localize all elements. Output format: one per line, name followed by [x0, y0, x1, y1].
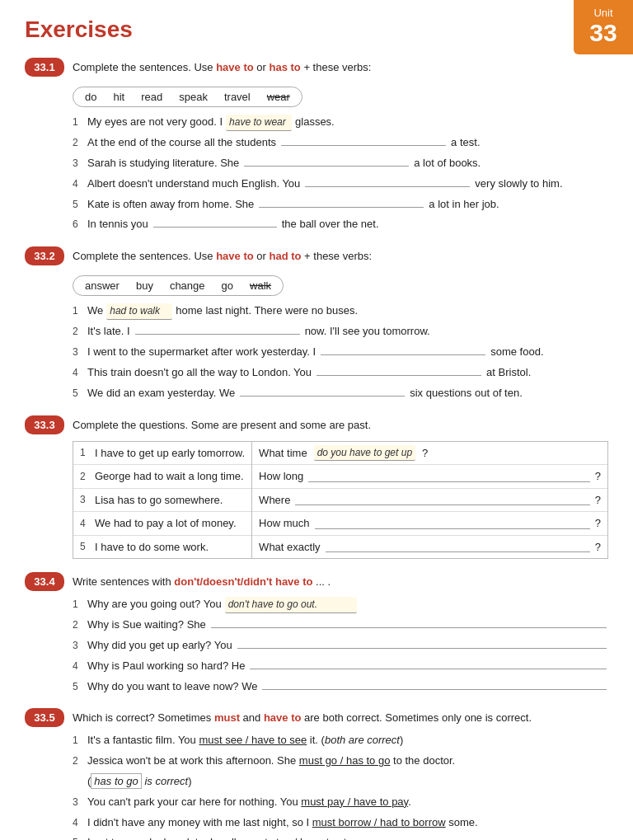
section-33-5: 33.5 Which is correct? Sometimes must an…: [25, 708, 608, 840]
sentence-33-2-4: 4 This train doesn't go all the way to L…: [73, 364, 608, 382]
blank-33-1-6[interactable]: [153, 216, 277, 228]
section-badge-33-1: 33.1: [25, 58, 64, 77]
blank-33-3-5[interactable]: [326, 541, 590, 552]
qa-right-row-3: Where ?: [252, 489, 607, 513]
qa-right-row-4: How much ?: [252, 512, 607, 536]
page-title: Exercises: [25, 16, 608, 43]
section-33-1: 33.1 Complete the sentences. Use have to…: [25, 58, 608, 233]
section-33-4: 33.4 Write sentences with don't/doesn't/…: [25, 572, 608, 695]
sentence-33-5-2: 2 Jessica won't be at work this afternoo…: [73, 753, 608, 791]
section-badge-33-2: 33.2: [25, 246, 64, 265]
blank-33-3-2[interactable]: [308, 471, 589, 482]
sentence-33-4-1: 1 Why are you going out? You don't have …: [73, 596, 608, 613]
section-33-5-instruction: Which is correct? Sometimes must and hav…: [73, 708, 532, 726]
qa-right: What time do you have to get up ? How lo…: [252, 442, 607, 559]
section-badge-33-3: 33.3: [25, 415, 64, 434]
sentence-33-5-1: 1 It's a fantastic film. You must see / …: [73, 732, 608, 749]
sentences-33-1: 1 My eyes are not very good. I have to w…: [73, 114, 608, 233]
qa-table-33-3: 1 I have to get up early tomorrow. 2 Geo…: [73, 441, 608, 560]
sentence-33-2-1: 1 We had to walk home last night. There …: [73, 303, 608, 320]
blank-33-4-5[interactable]: [262, 678, 607, 690]
qa-right-row-2: How long ?: [252, 465, 607, 489]
sentence-33-4-4: 4 Why is Paul working so hard? He: [73, 658, 608, 675]
qa-left-row-5: 5 I have to do some work.: [73, 536, 251, 559]
section-33-3: 33.3 Complete the questions. Some are pr…: [25, 415, 608, 560]
section-33-4-header: 33.4 Write sentences with don't/doesn't/…: [25, 572, 608, 591]
verb-hit: hit: [113, 91, 124, 103]
blank-33-2-3[interactable]: [321, 344, 485, 355]
sentence-33-5-3: 3 You can't park your car here for nothi…: [73, 794, 608, 811]
verb-wear: wear: [267, 91, 290, 103]
verb-travel: travel: [224, 91, 251, 103]
verb-go: go: [222, 279, 233, 292]
verb-read: read: [141, 91, 162, 103]
blank-33-1-2[interactable]: [281, 134, 446, 146]
section-33-2: 33.2 Complete the sentences. Use have to…: [25, 246, 608, 401]
answer-33-4-1: don't have to go out.: [225, 597, 357, 613]
sentence-33-1-3: 3 Sarah is studying literature. She a lo…: [73, 155, 608, 172]
sentence-33-4-5: 5 Why do you want to leave now? We: [73, 678, 608, 696]
answer-33-3-1: do you have to get up: [314, 445, 415, 461]
qa-left: 1 I have to get up early tomorrow. 2 Geo…: [73, 442, 252, 559]
sentence-33-2-5: 5 We did an exam yesterday. We six quest…: [73, 385, 608, 402]
sentence-33-5-5: 5 I eat too much chocolate. I really mus…: [73, 834, 608, 840]
blank-33-3-3[interactable]: [295, 494, 589, 505]
blank-33-2-5[interactable]: [240, 385, 405, 397]
sentence-33-1-1: 1 My eyes are not very good. I have to w…: [73, 114, 608, 131]
section-33-2-header: 33.2 Complete the sentences. Use have to…: [25, 246, 608, 265]
unit-number: 33: [574, 19, 633, 46]
verb-change: change: [170, 279, 205, 292]
verb-answer: answer: [85, 279, 120, 292]
blank-33-2-4[interactable]: [316, 364, 481, 376]
qa-left-row-1: 1 I have to get up early tomorrow.: [73, 442, 251, 466]
qa-left-row-2: 2 George had to wait a long time.: [73, 465, 251, 489]
section-33-1-instruction: Complete the sentences. Use have to or h…: [73, 58, 371, 76]
sentences-33-5: 1 It's a fantastic film. You must see / …: [73, 732, 608, 840]
section-33-3-header: 33.3 Complete the questions. Some are pr…: [25, 415, 608, 434]
section-badge-33-5: 33.5: [25, 708, 64, 727]
sentence-33-5-4: 4 I didn't have any money with me last n…: [73, 814, 608, 832]
verb-box-33-1: do hit read speak travel wear: [73, 87, 302, 107]
blank-33-1-3[interactable]: [244, 155, 409, 167]
section-33-1-header: 33.1 Complete the sentences. Use have to…: [25, 58, 608, 77]
verb-box-33-2: answer buy change go walk: [73, 275, 284, 296]
blank-33-4-4[interactable]: [250, 658, 607, 669]
answer-33-1-1: have to wear: [226, 115, 292, 131]
section-33-3-instruction: Complete the questions. Some are present…: [73, 415, 371, 434]
sentence-33-1-6: 6 In tennis you the ball over the net.: [73, 216, 608, 233]
qa-right-row-1: What time do you have to get up ?: [252, 442, 607, 466]
qa-left-row-3: 3 Lisa has to go somewhere.: [73, 489, 251, 513]
sentences-33-2: 1 We had to walk home last night. There …: [73, 303, 608, 401]
sentence-33-4-2: 2 Why is Sue waiting? She: [73, 617, 608, 634]
unit-label: Unit: [574, 7, 633, 19]
verb-buy: buy: [136, 279, 153, 292]
verb-speak: speak: [179, 91, 208, 103]
blank-33-1-4[interactable]: [305, 176, 470, 187]
sentences-33-4: 1 Why are you going out? You don't have …: [73, 596, 608, 695]
sentence-33-1-4: 4 Albert doesn't understand much English…: [73, 176, 608, 193]
section-33-4-instruction: Write sentences with don't/doesn't/didn'…: [73, 572, 331, 590]
qa-left-row-4: 4 We had to pay a lot of money.: [73, 512, 251, 536]
verb-do: do: [85, 91, 96, 103]
sentence-33-2-3: 3 I went to the supermarket after work y…: [73, 344, 608, 361]
sentence-33-1-5: 5 Kate is often away from home. She a lo…: [73, 196, 608, 214]
sentence-33-4-3: 3 Why did you get up early? You: [73, 637, 608, 655]
qa-right-row-5: What exactly ?: [252, 536, 607, 559]
section-badge-33-4: 33.4: [25, 572, 64, 591]
verb-walk: walk: [250, 279, 271, 292]
section-33-5-header: 33.5 Which is correct? Sometimes must an…: [25, 708, 608, 727]
blank-33-3-4[interactable]: [315, 518, 590, 529]
blank-33-4-3[interactable]: [237, 637, 607, 649]
blank-33-1-5[interactable]: [259, 196, 424, 208]
sentence-33-2-2: 2 It's late. I now. I'll see you tomorro…: [73, 323, 608, 340]
blank-33-2-2[interactable]: [135, 323, 300, 335]
unit-badge: Unit 33: [574, 0, 633, 54]
section-33-2-instruction: Complete the sentences. Use have to or h…: [73, 246, 372, 265]
answer-33-2-1: had to walk: [106, 303, 172, 320]
sentence-33-1-2: 2 At the end of the course all the stude…: [73, 134, 608, 152]
blank-33-4-2[interactable]: [211, 617, 607, 628]
